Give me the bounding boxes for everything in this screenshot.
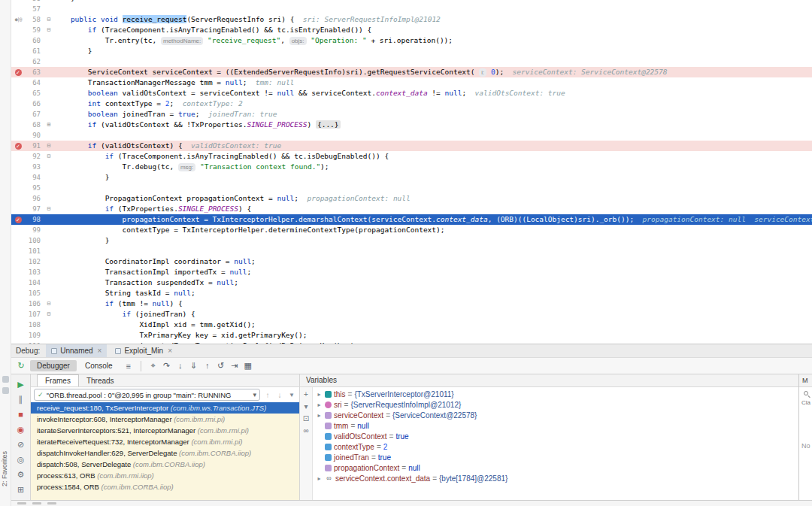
code-line[interactable]: 60 Tr.entry(tc, methodName: "receive_req… [11,35,812,46]
line-number[interactable]: 100 [25,235,44,246]
fold-marker[interactable]: ⊟ [44,151,53,162]
code-text[interactable]: if (TxProperties.SINGLE_PROCESS) { [53,204,812,214]
code-line[interactable]: 65 boolean validOtsContext = serviceCont… [11,88,812,98]
code-line[interactable]: ●|@58⊟ public void receive_request(Serve… [11,14,812,25]
stack-frame-row[interactable]: dispatchInvokeHandler:629, ServerDelegat… [31,447,299,459]
code-line[interactable]: 94 } [11,172,812,183]
code-text[interactable]: } [53,46,812,56]
force-step-into-icon[interactable]: ⇓ [187,361,201,371]
fold-marker[interactable]: ⊟ [44,309,53,320]
code-text[interactable] [53,183,812,193]
code-text[interactable] [53,130,812,141]
code-line[interactable]: 93 Tr.debug(tc, msg: "Transaction contex… [11,162,812,172]
code-line[interactable]: 100 } [11,235,812,246]
copy-value-button[interactable]: ⊡ [300,413,312,425]
line-number[interactable]: 90 [25,130,44,141]
code-text[interactable]: int contextType = 2; contextType: 2 [53,98,812,109]
line-number[interactable]: 97 [25,204,44,214]
expand-arrow-icon[interactable]: ▸ [316,412,323,419]
add-watch-button[interactable]: + [300,389,312,401]
collapse-all-button[interactable]: ▾ [300,401,312,413]
code-line[interactable]: 97⊟ if (TxProperties.SINGLE_PROCESS) { [11,204,812,214]
step-out-icon[interactable]: ↑ [201,361,214,371]
line-number[interactable]: 67 [25,109,44,120]
debug-session-tab-exploit_min[interactable]: Exploit_Min× [110,344,177,357]
variable-row[interactable]: propagationContext = null [313,462,798,473]
code-line[interactable]: 102 CoordinatorImpl coordinator = null; [11,256,812,267]
expand-arrow-icon[interactable]: ▸ [316,475,323,482]
stack-frame-row[interactable]: process:1584, ORB (com.ibm.CORBA.iiop) [31,481,299,492]
stack-frame-row[interactable]: receive_request:180, TxServerInterceptor… [31,402,299,414]
expand-arrow-icon[interactable]: ▸ [316,391,323,398]
code-text[interactable]: TransactionManagerMessage tmm = null; tm… [53,77,812,88]
code-line[interactable]: 57 [11,4,812,14]
code-text[interactable]: TransactionImpl importedTx = null; [53,267,812,277]
code-text[interactable] [53,4,812,14]
code-line[interactable]: 106⊟ if (tmm != null) { [11,298,812,309]
hide-library-frames-filter-icon[interactable]: ▼ [287,392,296,398]
variable-row[interactable]: joinedTran = true [313,452,798,462]
line-number[interactable]: 93 [25,162,44,172]
tab-close-icon[interactable]: × [98,347,102,355]
fold-marker[interactable]: ⊟ [44,298,53,309]
code-text[interactable]: if (validOtsContext) { validOtsContext: … [53,141,812,151]
code-text[interactable] [53,56,812,67]
code-line[interactable]: 105 String taskId = null; [11,288,812,298]
stack-frame-row[interactable]: dispatch:508, ServerDelegate (com.ibm.CO… [31,459,299,470]
line-number[interactable]: 62 [25,56,44,67]
code-text[interactable]: propagationContext = TxInterceptorHelper… [53,214,812,225]
code-text[interactable]: if (TraceComponent.isAnyTracingEnabled()… [53,151,812,162]
code-line[interactable]: 96 PropagationContext propagationContext… [11,193,812,204]
line-number[interactable]: 105 [25,288,44,298]
tab-frames[interactable]: Frames [37,374,79,386]
line-number[interactable]: 109 [25,330,44,341]
code-line[interactable]: ✓98 propagationContext = TxInterceptorHe… [11,214,812,225]
code-line[interactable]: 61 } [11,46,812,56]
code-line[interactable]: 66 int contextType = 2; contextType: 2 [11,98,812,109]
step-over-icon[interactable]: ↷ [160,361,174,371]
pause-button[interactable]: ∥ [11,392,30,407]
breakpoint-icon[interactable]: ✓ [11,67,25,77]
line-number[interactable]: 101 [25,246,44,256]
previous-frame-button[interactable]: ↑ [263,391,272,399]
stack-frame-row[interactable]: invokeInterceptor:608, InterceptorManage… [31,414,299,425]
line-number[interactable]: 96 [25,193,44,204]
line-number[interactable]: 104 [25,277,44,288]
code-text[interactable]: ServiceContext serviceContext = ((Extend… [53,67,812,77]
line-number[interactable]: 102 [25,256,44,267]
variable-row[interactable]: tmm = null [313,420,798,431]
evaluate-expression-icon[interactable]: ▦ [241,361,255,371]
line-number[interactable]: 95 [25,183,44,193]
code-text[interactable]: public void receive_request(ServerReques… [53,14,812,25]
line-number[interactable]: 99 [25,225,44,235]
layout-settings-icon[interactable]: ≡ [122,362,135,371]
fold-marker[interactable]: ⊟ [44,204,53,214]
tab-console[interactable]: Console [78,360,120,371]
code-line[interactable]: 64 TransactionManagerMessage tmm = null;… [11,77,812,88]
code-line[interactable]: 99 contextType = TxInterceptorHelper.det… [11,225,812,235]
variable-row[interactable]: validOtsContext = true [313,431,798,441]
line-number[interactable]: 91 [25,141,44,151]
code-editor[interactable]: 56 }57●|@58⊟ public void receive_request… [11,0,812,344]
code-text[interactable]: Tr.debug(tc, msg: "Transaction context f… [53,162,812,172]
code-text[interactable]: XidImpl xid = tmm.getXid(); [53,320,812,330]
code-line[interactable]: 62 [11,56,812,67]
code-line[interactable]: 67 boolean joinedTran = true; joinedTran… [11,109,812,120]
code-line[interactable]: 108 XidImpl xid = tmm.getXid(); [11,320,812,330]
expand-arrow-icon[interactable]: ▸ [316,401,323,408]
code-text[interactable]: } [53,172,812,183]
resume-button[interactable]: ▶ [11,377,30,392]
code-text[interactable]: Transaction suspendedTx = null; [53,277,812,288]
variable-row[interactable]: contextType = 2 [313,441,798,452]
view-breakpoints-button[interactable]: ◉ [11,422,30,437]
tab-debugger[interactable]: Debugger [30,360,77,371]
code-line[interactable]: 95 [11,183,812,193]
code-text[interactable]: if (tmm != null) { [53,298,812,309]
stop-button[interactable]: ■ [11,407,30,422]
line-number[interactable]: 106 [25,298,44,309]
search-icon[interactable] [804,391,808,395]
code-line[interactable]: ✓63 ServiceContext serviceContext = ((Ex… [11,67,812,77]
variable-row[interactable]: ▸∞serviceContext.context_data = {byte[17… [313,473,798,483]
favorites-stripe-label[interactable]: 2: Favorites [1,451,8,486]
code-text[interactable]: if (validOtsContext && !TxProperties.SIN… [53,120,812,130]
